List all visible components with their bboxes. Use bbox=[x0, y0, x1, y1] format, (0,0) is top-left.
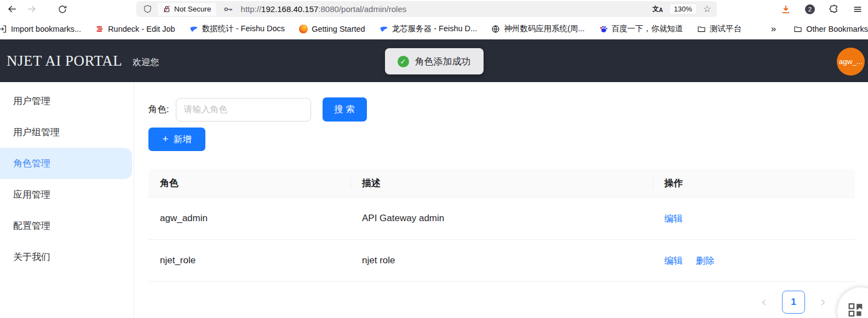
chevron-left-icon bbox=[760, 298, 769, 307]
sidebar-nav: 用户管理 用户组管理 角色管理 应用管理 配置管理 关于我们 bbox=[0, 82, 134, 318]
reload-button[interactable] bbox=[56, 3, 69, 16]
bookmark-getting-started[interactable]: Getting Started bbox=[299, 25, 365, 33]
baidu-paw-icon bbox=[599, 25, 608, 33]
browser-toolbar: Not Secure http://192.168.40.157:8080/po… bbox=[0, 0, 868, 18]
bookmark-test-platform-folder[interactable]: 测试平台 bbox=[697, 24, 741, 34]
back-arrow-icon bbox=[7, 4, 18, 14]
success-toast: ✓ 角色添加成功 bbox=[385, 48, 484, 74]
folder-icon bbox=[697, 25, 706, 33]
bookmark-feishu-docs[interactable]: 数据统计 - Feishu Docs bbox=[189, 24, 285, 34]
bookmarks-overflow-chevron-icon[interactable]: » bbox=[771, 24, 779, 34]
bookmark-rundeck[interactable]: Rundeck - Edit Job bbox=[95, 25, 175, 33]
success-check-icon: ✓ bbox=[398, 56, 409, 67]
security-label: Not Secure bbox=[174, 5, 211, 13]
globe-icon bbox=[491, 25, 500, 33]
user-avatar[interactable]: agw_... bbox=[837, 48, 865, 76]
app-header: NJET AI PORTAL 欢迎您 ✓ 角色添加成功 agw_... bbox=[0, 39, 868, 82]
forward-button[interactable] bbox=[25, 3, 38, 16]
app-title: NJET AI PORTAL bbox=[7, 53, 122, 70]
column-header-description: 描述 bbox=[350, 169, 653, 197]
add-role-button[interactable]: + 新增 bbox=[148, 128, 205, 151]
role-search-label: 角色: bbox=[148, 103, 169, 115]
bookmark-label: 测试平台 bbox=[710, 24, 741, 34]
bookmark-baidu[interactable]: 百度一下，你就知道 bbox=[599, 24, 683, 34]
prev-page-button[interactable] bbox=[760, 298, 769, 307]
table-row: agw_admin API Gateway admin 编辑 bbox=[148, 198, 855, 240]
extensions-puzzle-icon[interactable] bbox=[829, 4, 839, 14]
zoom-level-indicator[interactable]: 130% bbox=[669, 3, 697, 15]
roles-table: 角色 描述 操作 agw_admin API Gateway admin 编辑 … bbox=[148, 169, 855, 282]
notification-badge[interactable]: 2 bbox=[805, 4, 815, 14]
url-bar[interactable]: Not Secure http://192.168.40.157:8080/po… bbox=[136, 1, 717, 17]
menu-hamburger-icon[interactable] bbox=[853, 4, 863, 14]
screenshot-grid-icon[interactable] bbox=[848, 303, 863, 317]
broken-lock-icon bbox=[163, 5, 171, 13]
other-bookmarks[interactable]: Other Bookmarks bbox=[794, 25, 868, 33]
downloads-button-icon[interactable] bbox=[780, 4, 791, 15]
page-number-current[interactable]: 1 bbox=[782, 291, 805, 314]
url-host: 192.168.40.157 bbox=[261, 4, 318, 14]
search-button[interactable]: 搜 索 bbox=[323, 97, 367, 122]
folder-icon bbox=[794, 25, 802, 33]
sidebar-item-role-management[interactable]: 角色管理 bbox=[0, 148, 132, 179]
sidebar-item-config-management[interactable]: 配置管理 bbox=[0, 210, 134, 241]
plus-icon: + bbox=[162, 134, 168, 144]
not-secure-chip[interactable]: Not Secure bbox=[158, 3, 216, 16]
sidebar-item-about-us[interactable]: 关于我们 bbox=[0, 241, 134, 273]
translate-icon: 文 bbox=[652, 5, 659, 13]
cell-description: API Gateway admin bbox=[350, 213, 653, 224]
bookmark-label: Rundeck - Edit Job bbox=[108, 25, 175, 33]
column-header-actions: 操作 bbox=[653, 169, 855, 197]
bookmark-label: 龙芯服务器 - Feishu D... bbox=[392, 24, 478, 34]
bookmark-shenzhou[interactable]: 神州数码应用系统(周... bbox=[491, 24, 584, 34]
sidebar-item-app-management[interactable]: 应用管理 bbox=[0, 179, 134, 210]
role-search-input[interactable] bbox=[176, 98, 311, 122]
bookmark-label: 神州数码应用系统(周... bbox=[504, 24, 584, 34]
url-path: :8080/portal/admin/roles bbox=[318, 4, 406, 14]
sidebar-item-user-management[interactable]: 用户管理 bbox=[0, 85, 134, 117]
forward-arrow-icon bbox=[26, 4, 37, 14]
bookmark-label: Getting Started bbox=[312, 25, 365, 33]
edit-link[interactable]: 编辑 bbox=[664, 256, 683, 266]
back-button[interactable] bbox=[5, 3, 19, 16]
column-header-role: 角色 bbox=[148, 169, 350, 197]
pagination: 1 bbox=[148, 291, 855, 314]
rundeck-icon bbox=[95, 25, 104, 33]
bookmark-label: 百度一下，你就知道 bbox=[612, 24, 683, 34]
cell-role: njet_role bbox=[148, 255, 350, 266]
bookmark-label: Import bookmarks... bbox=[11, 25, 81, 33]
bookmarks-bar: Import bookmarks... Rundeck - Edit Job 数… bbox=[0, 18, 868, 39]
feishu-icon bbox=[380, 25, 388, 33]
reload-icon bbox=[58, 4, 67, 14]
bookmark-star-icon[interactable]: ☆ bbox=[703, 4, 711, 14]
bookmark-label: 数据统计 - Feishu Docs bbox=[202, 24, 285, 34]
cell-role: agw_admin bbox=[148, 213, 350, 224]
table-row: njet_role njet role 编辑 删除 bbox=[148, 240, 855, 282]
bookmark-loongson[interactable]: 龙芯服务器 - Feishu D... bbox=[380, 24, 478, 34]
chevron-right-icon bbox=[818, 298, 827, 307]
add-button-label: 新增 bbox=[174, 134, 192, 146]
sidebar-item-user-group-management[interactable]: 用户组管理 bbox=[0, 117, 134, 148]
saved-password-key-icon[interactable] bbox=[223, 4, 234, 15]
url-scheme: http:// bbox=[241, 4, 262, 14]
import-icon bbox=[0, 25, 7, 33]
feishu-icon bbox=[189, 25, 198, 33]
bookmark-import[interactable]: Import bookmarks... bbox=[1, 25, 81, 33]
url-text[interactable]: http://192.168.40.157:8080/portal/admin/… bbox=[241, 4, 407, 14]
translate-icon-sub: A bbox=[659, 7, 663, 13]
other-bookmarks-label: Other Bookmarks bbox=[806, 25, 868, 33]
table-header-row: 角色 描述 操作 bbox=[148, 169, 855, 198]
edit-link[interactable]: 编辑 bbox=[664, 213, 683, 224]
main-content: 角色: 搜 索 + 新增 角色 描述 操作 agw_admin API Gate… bbox=[134, 82, 868, 318]
next-page-button[interactable] bbox=[818, 298, 827, 307]
translate-button[interactable]: 文A bbox=[652, 5, 663, 13]
welcome-text: 欢迎您 bbox=[133, 57, 159, 68]
toast-message: 角色添加成功 bbox=[415, 55, 471, 68]
cell-description: njet role bbox=[350, 255, 653, 266]
delete-link[interactable]: 删除 bbox=[696, 256, 715, 266]
firefox-icon bbox=[299, 25, 308, 33]
shield-icon[interactable] bbox=[143, 4, 152, 14]
